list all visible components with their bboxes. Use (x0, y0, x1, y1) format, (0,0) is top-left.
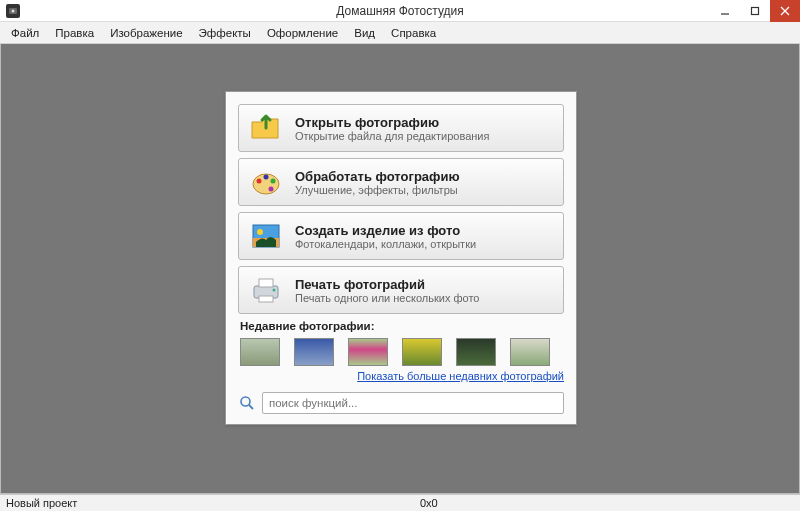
process-photo-title: Обработать фотографию (295, 169, 460, 184)
svg-point-8 (264, 175, 269, 180)
svg-point-13 (257, 229, 263, 235)
menu-file[interactable]: Файл (4, 25, 46, 41)
recent-thumb[interactable] (402, 338, 442, 366)
search-icon (238, 394, 256, 412)
close-button[interactable] (770, 0, 800, 22)
recent-thumb[interactable] (240, 338, 280, 366)
window-controls (710, 0, 800, 22)
open-photo-button[interactable]: Открыть фотографию Открытие файла для ре… (238, 104, 564, 152)
palette-icon (247, 163, 285, 201)
svg-point-18 (241, 397, 250, 406)
svg-point-1 (12, 9, 15, 12)
recent-thumb[interactable] (510, 338, 550, 366)
svg-point-9 (271, 179, 276, 184)
status-bar: Новый проект 0x0 (0, 494, 800, 511)
print-photos-title: Печать фотографий (295, 277, 479, 292)
recent-photos-label: Недавние фотографии: (240, 320, 564, 332)
open-photo-sub: Открытие файла для редактирования (295, 130, 489, 142)
recent-thumb[interactable] (294, 338, 334, 366)
open-photo-title: Открыть фотографию (295, 115, 489, 130)
process-photo-sub: Улучшение, эффекты, фильтры (295, 184, 460, 196)
more-recent-link-row: Показать больше недавних фотографий (238, 370, 564, 382)
status-project: Новый проект (0, 497, 420, 509)
status-dimensions: 0x0 (420, 497, 480, 509)
window-title: Домашняя Фотостудия (336, 4, 463, 18)
svg-rect-16 (259, 296, 273, 302)
workspace: Открыть фотографию Открытие файла для ре… (0, 44, 800, 494)
photo-frame-icon (247, 217, 285, 255)
create-product-title: Создать изделие из фото (295, 223, 476, 238)
menu-bar: Файл Правка Изображение Эффекты Оформлен… (0, 22, 800, 44)
menu-edit[interactable]: Правка (48, 25, 101, 41)
menu-effects[interactable]: Эффекты (192, 25, 258, 41)
svg-point-7 (257, 179, 262, 184)
svg-point-17 (273, 289, 276, 292)
search-input[interactable] (262, 392, 564, 414)
search-row (238, 392, 564, 414)
svg-line-19 (249, 405, 253, 409)
menu-view[interactable]: Вид (347, 25, 382, 41)
menu-help[interactable]: Справка (384, 25, 443, 41)
print-photos-button[interactable]: Печать фотографий Печать одного или неск… (238, 266, 564, 314)
show-more-recent-link[interactable]: Показать больше недавних фотографий (357, 370, 564, 382)
recent-thumb[interactable] (348, 338, 388, 366)
create-product-sub: Фотокалендари, коллажи, открытки (295, 238, 476, 250)
svg-rect-15 (259, 279, 273, 287)
maximize-button[interactable] (740, 0, 770, 22)
title-bar: Домашняя Фотостудия (0, 0, 800, 22)
minimize-button[interactable] (710, 0, 740, 22)
printer-icon (247, 271, 285, 309)
create-product-button[interactable]: Создать изделие из фото Фотокалендари, к… (238, 212, 564, 260)
process-photo-button[interactable]: Обработать фотографию Улучшение, эффекты… (238, 158, 564, 206)
svg-point-10 (269, 187, 274, 192)
welcome-panel: Открыть фотографию Открытие файла для ре… (225, 91, 577, 425)
recent-thumb[interactable] (456, 338, 496, 366)
svg-rect-3 (752, 8, 759, 15)
print-photos-sub: Печать одного или нескольких фото (295, 292, 479, 304)
menu-image[interactable]: Изображение (103, 25, 189, 41)
folder-open-icon (247, 109, 285, 147)
menu-design[interactable]: Оформление (260, 25, 345, 41)
app-icon (6, 4, 20, 18)
recent-thumbnails (238, 338, 564, 366)
